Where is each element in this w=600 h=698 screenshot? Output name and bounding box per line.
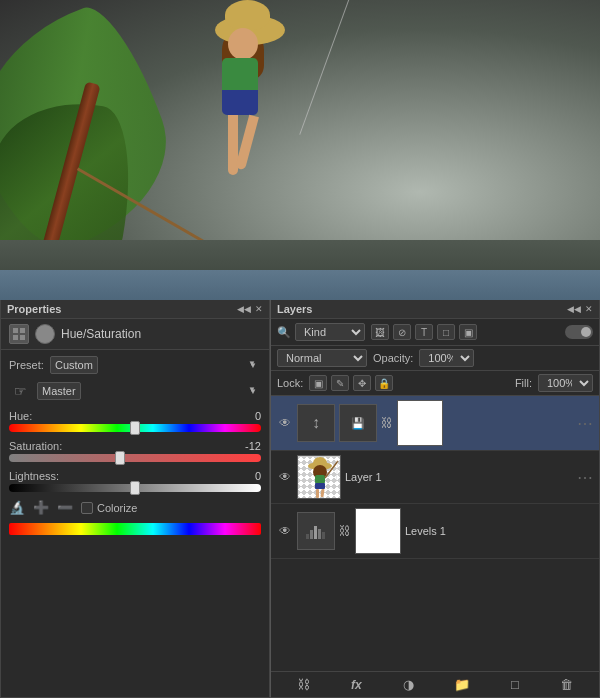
properties-controls: ◀◀ ✕ — [237, 304, 263, 314]
hand-tool-icon[interactable]: ☞ — [9, 380, 31, 402]
hue-slider-track[interactable] — [9, 424, 261, 432]
lock-paint-btn[interactable]: ✎ — [331, 375, 349, 391]
lock-row: Lock: ▣ ✎ ✥ 🔒 Fill: 100% — [271, 371, 599, 396]
canvas-area — [0, 0, 600, 320]
channel-select[interactable]: Master — [37, 382, 81, 400]
layers-collapse-btn[interactable]: ◀◀ — [567, 304, 581, 314]
hue-saturation-header: Hue/Saturation — [1, 319, 269, 350]
fill-select[interactable]: 100% — [538, 374, 593, 392]
filter-pixel-btn[interactable]: 🖼 — [371, 324, 389, 340]
filter-adjust-btn[interactable]: ⊘ — [393, 324, 411, 340]
svg-rect-18 — [322, 532, 325, 539]
tool-row: ☞ Master ▼ — [9, 380, 261, 402]
fx-icon[interactable]: fx — [351, 678, 362, 692]
layer-visibility-1[interactable]: 👁 — [277, 469, 293, 485]
levels-thumb — [297, 512, 335, 550]
hs-circle-icon — [35, 324, 55, 344]
hs-grid-icon — [12, 327, 26, 341]
fill-label: Fill: — [515, 377, 532, 389]
hs-icon-box — [9, 324, 29, 344]
filter-icons-row: 🖼 ⊘ T □ ▣ — [371, 324, 477, 340]
blend-mode-select[interactable]: Normal — [277, 349, 367, 367]
layers-controls: ◀◀ ✕ — [567, 304, 593, 314]
properties-panel: Properties ◀◀ ✕ Hue/Saturation — [0, 300, 270, 698]
eyedropper-icon[interactable]: 🔬 — [9, 500, 25, 515]
panels-area: Properties ◀◀ ✕ Hue/Saturation — [0, 300, 600, 698]
properties-content: Preset: Custom ▼ ☞ Master — [1, 350, 269, 541]
lightness-section: Lightness: 0 — [9, 470, 261, 492]
new-group-icon[interactable]: 📁 — [454, 677, 470, 692]
lightness-label: Lightness: — [9, 470, 59, 482]
properties-collapse-btn[interactable]: ◀◀ — [237, 304, 251, 314]
svg-rect-9 — [315, 483, 325, 489]
link-icon[interactable]: ⛓ — [297, 677, 310, 692]
girl-figure — [200, 10, 300, 250]
levels-name: Levels 1 — [405, 525, 593, 537]
levels-mask-thumb — [355, 508, 401, 554]
saturation-slider-track[interactable] — [9, 454, 261, 462]
layer-item-1[interactable]: 👁 — [271, 451, 599, 504]
lightness-slider-track[interactable] — [9, 484, 261, 492]
layer-visibility-adjustment[interactable]: 👁 — [277, 415, 293, 431]
toggle-knob — [581, 327, 591, 337]
hue-value: 0 — [236, 410, 261, 422]
preset-row: Preset: Custom ▼ — [9, 356, 261, 374]
lock-pixels-btn[interactable]: ▣ — [309, 375, 327, 391]
layer-visibility-levels[interactable]: 👁 — [277, 523, 293, 539]
new-adjustment-icon[interactable]: ◑ — [403, 677, 414, 692]
lightness-slider-thumb[interactable] — [130, 481, 140, 495]
layer-1-thumb — [297, 455, 341, 499]
lock-all-btn[interactable]: 🔒 — [375, 375, 393, 391]
preset-label: Preset: — [9, 359, 44, 371]
new-layer-icon[interactable]: □ — [511, 677, 519, 692]
layer-1-info: Layer 1 — [345, 471, 573, 483]
svg-rect-3 — [20, 335, 25, 340]
layer-item-levels[interactable]: 👁 ⛓ — [271, 504, 599, 559]
colorize-checkbox[interactable] — [81, 502, 93, 514]
lightness-value: 0 — [236, 470, 261, 482]
svg-rect-0 — [13, 328, 18, 333]
hue-slider-thumb[interactable] — [130, 421, 140, 435]
layers-bottom-toolbar: ⛓ fx ◑ 📁 □ 🗑 — [271, 671, 599, 697]
filter-type-btn[interactable]: T — [415, 324, 433, 340]
layers-close-btn[interactable]: ✕ — [585, 304, 593, 314]
colorize-row[interactable]: Colorize — [81, 502, 137, 514]
hs-title: Hue/Saturation — [61, 327, 141, 341]
lock-icons: ▣ ✎ ✥ 🔒 — [309, 375, 393, 391]
filter-kind-select[interactable]: Kind — [295, 323, 365, 341]
layer-chain-adjustment[interactable]: ⛓ — [381, 416, 393, 430]
preset-select[interactable]: Custom — [50, 356, 98, 374]
layers-list: 👁 ↕ 💾 ⛓ — [271, 396, 599, 671]
saturation-label: Saturation: — [9, 440, 62, 452]
opacity-label: Opacity: — [373, 352, 413, 364]
levels-info: Levels 1 — [405, 525, 593, 537]
layer-chain-levels[interactable]: ⛓ — [339, 524, 351, 538]
svg-rect-14 — [306, 534, 309, 539]
eyedropper-plus-icon[interactable]: ➕ — [33, 500, 49, 515]
filter-toggle[interactable] — [565, 325, 593, 339]
svg-rect-8 — [315, 475, 325, 484]
svg-rect-2 — [13, 335, 18, 340]
rainbow-bar — [9, 523, 261, 535]
properties-title: Properties — [7, 303, 61, 315]
adjustment-more-btn[interactable]: ⋯ — [577, 414, 593, 433]
move-icon: ↕ — [312, 414, 320, 432]
filter-shape-btn[interactable]: □ — [437, 324, 455, 340]
colorize-label: Colorize — [97, 502, 137, 514]
save-icon: 💾 — [351, 417, 365, 430]
hue-label: Hue: — [9, 410, 32, 422]
properties-close-btn[interactable]: ✕ — [255, 304, 263, 314]
eyedropper-minus-icon[interactable]: ➖ — [57, 500, 73, 515]
saturation-value: -12 — [236, 440, 261, 452]
filter-smart-btn[interactable]: ▣ — [459, 324, 477, 340]
adjustment-thumb: ↕ — [297, 404, 335, 442]
layer-item-adjustment[interactable]: 👁 ↕ 💾 ⛓ — [271, 396, 599, 451]
lock-move-btn[interactable]: ✥ — [353, 375, 371, 391]
saturation-section: Saturation: -12 — [9, 440, 261, 462]
eyedropper-row: 🔬 ➕ ➖ Colorize — [9, 500, 261, 515]
opacity-select[interactable]: 100% — [419, 349, 474, 367]
layer-1-more-btn[interactable]: ⋯ — [577, 468, 593, 487]
delete-layer-icon[interactable]: 🗑 — [560, 677, 573, 692]
adjustment-thumb2: 💾 — [339, 404, 377, 442]
saturation-slider-thumb[interactable] — [115, 451, 125, 465]
